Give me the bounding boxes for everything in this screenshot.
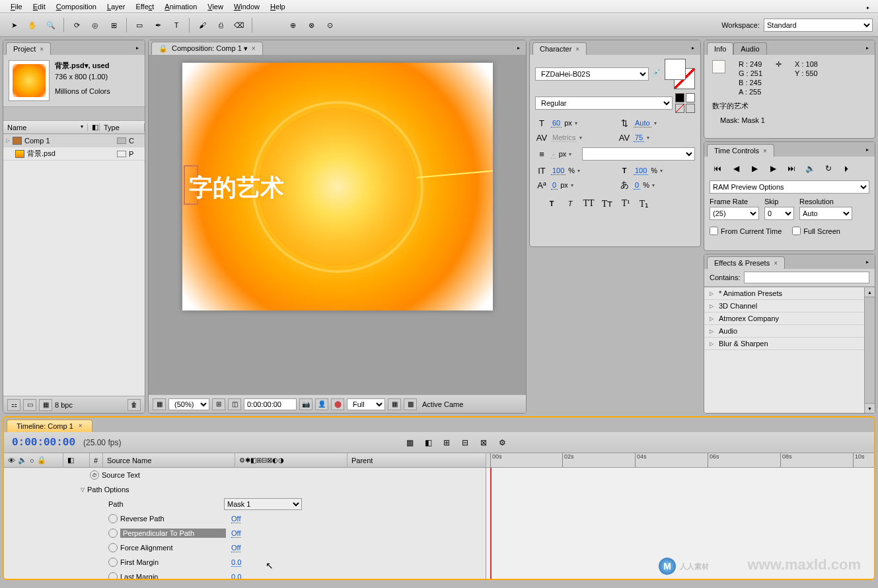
menu-composition[interactable]: Composition (51, 1, 102, 12)
loop-icon[interactable]: ↻ (821, 162, 836, 175)
col-name[interactable]: Name▾ (3, 124, 88, 131)
project-tab[interactable]: Project × (6, 42, 51, 55)
label-swatch[interactable] (117, 151, 126, 157)
prev-frame-icon[interactable]: ◀ (728, 162, 744, 175)
menu-view[interactable]: View (202, 1, 229, 12)
always-preview-icon[interactable]: ▦ (153, 398, 166, 410)
tracking-control[interactable]: AV75▾ (618, 131, 695, 143)
current-timecode[interactable]: 0:00:00:00 (12, 437, 75, 449)
stopwatch-icon[interactable] (108, 529, 118, 538)
close-icon[interactable]: × (40, 46, 44, 53)
axis-view-icon[interactable]: ⊙ (321, 17, 338, 34)
no-fill-icon[interactable] (675, 104, 684, 113)
composition-tab[interactable]: 🔒 Composition: Comp 1 ▾ × (151, 42, 263, 55)
close-icon[interactable]: × (252, 45, 256, 52)
brush-tool-icon[interactable]: 🖌 (194, 17, 211, 34)
rect-tool-icon[interactable]: ▭ (131, 17, 148, 34)
lock-icon[interactable]: 🔒 (37, 456, 46, 464)
resolution-icon[interactable]: ⊞ (212, 398, 225, 410)
workspace-dropdown[interactable]: Standard (764, 18, 873, 32)
prop-force-alignment[interactable]: Force Alignment Off (4, 540, 486, 555)
flow-icon[interactable]: ⚏ (7, 399, 20, 411)
info-tab[interactable]: Info (707, 42, 733, 55)
stroke-width-control[interactable]: ≡-px▾ (535, 148, 577, 160)
rotate-tool-icon[interactable]: ⟳ (68, 17, 85, 34)
kerning-control[interactable]: AVMetrics▾ (535, 131, 612, 143)
camera-label[interactable]: Active Came (420, 400, 466, 408)
snapshot-icon[interactable]: 📷 (299, 398, 312, 410)
menu-layer[interactable]: Layer (102, 1, 131, 12)
menu-help[interactable]: Help (265, 1, 291, 12)
tl-tool-icon[interactable]: ⊠ (476, 435, 491, 450)
camera-tool-icon[interactable]: ◎ (87, 17, 104, 34)
label-swatch[interactable] (117, 137, 126, 144)
menu-animation[interactable]: Animation (159, 1, 202, 12)
stroke-style-dropdown[interactable] (582, 147, 695, 161)
axis-local-icon[interactable]: ⊕ (284, 17, 301, 34)
panel-menu-icon[interactable]: ▸ (133, 43, 142, 52)
close-icon[interactable]: × (575, 46, 579, 53)
ram-preview-dropdown[interactable]: RAM Preview Options (710, 180, 869, 194)
stopwatch-icon[interactable] (108, 558, 118, 567)
prop-perpendicular[interactable]: Perpendicular To Path Off (4, 526, 486, 540)
prop-value[interactable]: Off (231, 544, 240, 552)
audio-tab[interactable]: Audio (733, 42, 766, 55)
text-tool-icon[interactable]: T (168, 17, 185, 34)
prop-value[interactable]: Off (231, 515, 240, 523)
stopwatch-icon[interactable]: ⏱ (90, 470, 99, 480)
roi-icon[interactable]: ◫ (228, 398, 241, 410)
baseline-control[interactable]: Aª0px▾ (535, 179, 612, 191)
swap-black-icon[interactable] (675, 93, 684, 102)
prop-value[interactable]: Off (231, 529, 240, 538)
next-frame-icon[interactable]: ▶ (765, 162, 781, 175)
current-time-field[interactable] (244, 398, 297, 410)
trash-icon[interactable]: 🗑 (128, 399, 141, 411)
prop-value[interactable]: 0.0 (231, 573, 241, 579)
stopwatch-icon[interactable] (108, 572, 118, 579)
selection-tool-icon[interactable]: ➤ (5, 17, 22, 34)
prop-path-options[interactable]: ▽ Path Options (4, 482, 486, 497)
panel-menu-icon[interactable]: ▸ (514, 43, 523, 52)
stopwatch-icon[interactable] (108, 543, 118, 552)
tl-tool-icon[interactable]: ⊟ (458, 435, 472, 450)
col-parent[interactable]: Parent (348, 453, 486, 467)
tl-tool-icon[interactable]: ◧ (421, 435, 435, 450)
close-icon[interactable]: × (763, 147, 767, 155)
allcaps-icon[interactable]: TT (583, 198, 595, 209)
close-icon[interactable]: × (774, 260, 778, 267)
clone-tool-icon[interactable]: ⎙ (212, 17, 229, 34)
menu-file[interactable]: File (5, 1, 28, 12)
project-row-comp[interactable]: ▷ Comp 1 C (3, 134, 145, 147)
panel-menu-icon[interactable]: ▸ (863, 43, 872, 52)
leading-control[interactable]: ⇅Auto▾ (618, 117, 695, 129)
vscale-control[interactable]: IT100%▾ (535, 165, 612, 176)
prop-last-margin[interactable]: Last Margin 0.0 (4, 570, 486, 579)
effects-search-input[interactable] (744, 272, 869, 283)
time-ruler[interactable]: 00s 02s 04s 06s 08s 10s (486, 453, 874, 467)
full-screen-checkbox[interactable]: Full Screen (792, 227, 840, 235)
close-icon[interactable]: × (79, 422, 83, 430)
font-size-control[interactable]: T60px▾ (535, 117, 612, 129)
fx-category[interactable]: ▷Atmorex Company (704, 312, 875, 325)
font-weight-dropdown[interactable]: Regular (535, 96, 673, 110)
zoom-dropdown[interactable]: (50%) (168, 398, 209, 410)
eraser-tool-icon[interactable]: ⌫ (231, 17, 248, 34)
grid-icon[interactable]: ▦ (388, 398, 401, 410)
tl-tool-icon[interactable]: ⊞ (439, 435, 454, 450)
pen-tool-icon[interactable]: ✒ (149, 17, 166, 34)
eye-icon[interactable]: 👁 (8, 457, 15, 464)
play-icon[interactable]: ▶ (747, 162, 762, 175)
prop-reverse-path[interactable]: Reverse Path Off (4, 511, 486, 526)
resolution-dropdown[interactable]: Full (347, 398, 385, 410)
smallcaps-icon[interactable]: Tᴛ (601, 198, 613, 209)
label-col-icon[interactable]: ◧ (63, 453, 90, 467)
panel-menu-icon[interactable]: ▸ (863, 145, 872, 154)
lock-icon[interactable]: 🔒 (159, 44, 168, 53)
composition-viewer[interactable]: 字的艺术 (149, 55, 526, 394)
menu-effect[interactable]: Effect (130, 1, 159, 12)
twirl-icon[interactable]: ▷ (6, 137, 10, 143)
prop-source-text[interactable]: ⏱ Source Text (4, 468, 486, 482)
character-tab[interactable]: Character × (532, 42, 587, 55)
bold-icon[interactable]: T (546, 198, 558, 209)
col-source-name[interactable]: Source Name (103, 453, 235, 467)
